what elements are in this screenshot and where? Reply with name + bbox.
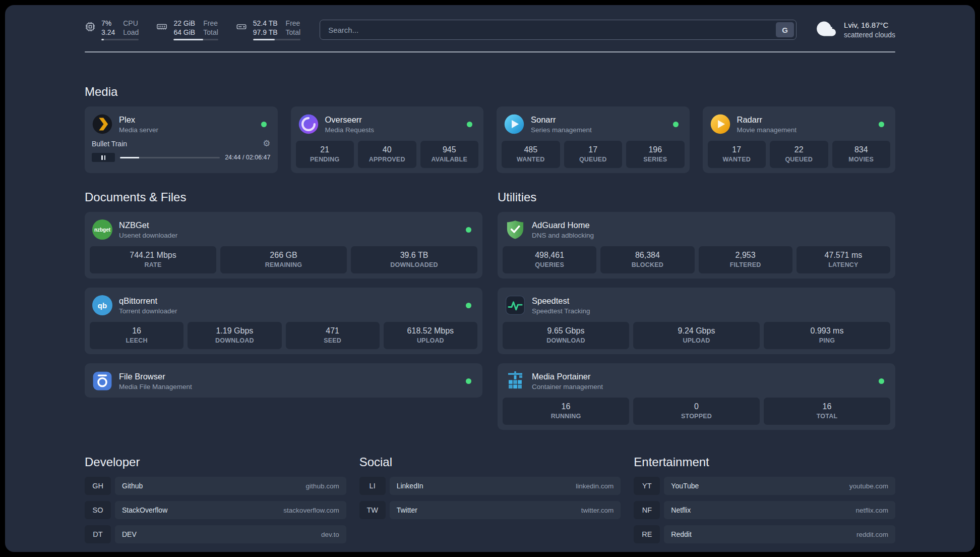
- disk-free-label: Free: [286, 19, 301, 27]
- bookmark-domain: youtube.com: [849, 482, 888, 490]
- service-description: DNS and adblocking: [532, 232, 594, 239]
- service-card-plex[interactable]: Plex Media server Bullet Train ⚙ 24:44 /…: [85, 106, 278, 173]
- playback-time: 24:44 / 02:06:47: [225, 154, 270, 161]
- weather-location: Lviv, 16.87°C: [844, 21, 895, 29]
- bookmark-name: Github: [122, 482, 143, 490]
- bookmark-youtube[interactable]: YT YouTubeyoutube.com: [634, 477, 895, 495]
- service-card-qbittorrent[interactable]: qb qBittorrent Torrent downloader 16LEEC…: [85, 288, 482, 354]
- portainer-icon: [505, 370, 526, 392]
- overseerr-icon: [298, 114, 319, 135]
- section-entertainment: Entertainment YT YouTubeyoutube.com NF N…: [634, 455, 895, 543]
- service-name: Radarr: [737, 115, 797, 125]
- service-description: Usenet downloader: [119, 232, 177, 239]
- bookmark-name: Twitter: [397, 506, 417, 514]
- gear-icon[interactable]: ⚙: [263, 139, 270, 148]
- service-card-speedtest[interactable]: Speedtest Speedtest Tracking 9.65 GbpsDO…: [498, 288, 895, 354]
- service-description: Media File Management: [119, 383, 192, 391]
- bookmark-domain: stackoverflow.com: [283, 507, 339, 514]
- service-card-portainer[interactable]: Media Portainer Container management 16R…: [498, 363, 895, 430]
- bookmark-github[interactable]: GH Githubgithub.com: [85, 477, 346, 495]
- disk-free-value: 52.4 TB: [253, 19, 278, 27]
- service-card-adguard[interactable]: AdGuard Home DNS and adblocking 498,461Q…: [498, 212, 895, 278]
- stat-tile: 40APPROVED: [358, 141, 416, 168]
- sonarr-icon: [504, 114, 525, 135]
- section-title-social: Social: [359, 455, 621, 469]
- section-social: Social LI LinkedInlinkedin.com TW Twitte…: [359, 455, 621, 543]
- status-dot: [261, 122, 267, 127]
- stat-tile: 0.993 msPING: [764, 322, 890, 349]
- service-name: Media Portainer: [532, 372, 603, 381]
- bookmark-dev[interactable]: DT DEVdev.to: [85, 525, 346, 543]
- service-card-filebrowser[interactable]: File Browser Media File Management: [85, 363, 482, 398]
- stat-tile: 744.21 MbpsRATE: [90, 246, 216, 273]
- bookmark-netflix[interactable]: NF Netflixnetflix.com: [634, 501, 895, 519]
- speedtest-icon: [505, 295, 526, 316]
- bookmark-abbr: YT: [634, 477, 660, 495]
- search-provider-button[interactable]: G: [776, 22, 794, 37]
- memory-total-label: Total: [203, 28, 218, 36]
- stat-tile: 16LEECH: [90, 322, 183, 349]
- status-dot: [467, 122, 472, 127]
- service-description: Series management: [531, 126, 592, 134]
- topbar-divider: [85, 51, 895, 52]
- stat-tile: 47.571 msLATENCY: [797, 246, 890, 273]
- service-card-overseerr[interactable]: Overseerr Media Requests 21PENDING 40APP…: [291, 106, 484, 173]
- service-card-sonarr[interactable]: Sonarr Series management 485WANTED 17QUE…: [497, 106, 690, 173]
- bookmark-abbr: DT: [85, 525, 111, 543]
- memory-free-value: 22 GiB: [173, 19, 195, 27]
- playback-progress-bar[interactable]: [120, 157, 220, 158]
- service-description: Speedtest Tracking: [532, 307, 590, 315]
- bookmark-domain: reddit.com: [856, 531, 888, 538]
- cpu-usage: 7%: [101, 19, 115, 27]
- topbar: 7% 3.24 CPU Load 22 GiB: [85, 19, 895, 40]
- bookmark-name: YouTube: [671, 482, 699, 490]
- filebrowser-icon: [92, 370, 113, 392]
- stat-tile: 86,384BLOCKED: [600, 246, 694, 273]
- stat-tile: 2,953FILTERED: [699, 246, 792, 273]
- bookmark-name: Reddit: [671, 530, 691, 538]
- adguard-icon: [505, 219, 526, 240]
- section-title-developer: Developer: [85, 455, 346, 469]
- pause-button[interactable]: [92, 153, 115, 162]
- search-input[interactable]: [320, 20, 797, 40]
- section-title-media: Media: [85, 85, 895, 99]
- service-name: File Browser: [119, 372, 192, 381]
- radarr-icon: [710, 114, 731, 135]
- service-card-nzbget[interactable]: nzbget NZBGet Usenet downloader 744.21 M…: [85, 212, 482, 278]
- stat-tile: 485WANTED: [502, 141, 560, 168]
- disk-widget: 52.4 TB 97.9 TB Free Total: [235, 19, 300, 40]
- service-description: Movie management: [737, 126, 797, 134]
- service-description: Media server: [119, 126, 158, 134]
- service-card-radarr[interactable]: Radarr Movie management 17WANTED 22QUEUE…: [703, 106, 896, 173]
- memory-icon: [156, 21, 168, 34]
- stat-tile: 17WANTED: [708, 141, 766, 168]
- status-dot: [673, 122, 679, 127]
- bookmark-stackoverflow[interactable]: SO StackOverflowstackoverflow.com: [85, 501, 346, 519]
- disk-icon: [235, 21, 248, 34]
- bookmark-domain: linkedin.com: [576, 482, 614, 490]
- status-dot: [879, 378, 884, 384]
- bookmark-domain: netflix.com: [855, 507, 888, 514]
- weather-widget: Lviv, 16.87°C scattered clouds: [816, 20, 895, 40]
- stat-tile: 16TOTAL: [764, 398, 890, 425]
- bookmark-linkedin[interactable]: LI LinkedInlinkedin.com: [359, 477, 621, 495]
- stat-tile: 498,461QUERIES: [503, 246, 596, 273]
- service-name: Overseerr: [325, 115, 375, 125]
- stat-tile: 9.24 GbpsUPLOAD: [633, 322, 760, 349]
- cpu-load-value: 3.24: [101, 28, 115, 36]
- nzbget-icon: nzbget: [92, 219, 113, 240]
- bookmark-twitter[interactable]: TW Twittertwitter.com: [359, 501, 621, 519]
- bookmark-name: DEV: [122, 530, 137, 538]
- status-dot: [466, 227, 471, 233]
- cpu-progress-bar: [101, 39, 139, 40]
- bookmark-reddit[interactable]: RE Redditreddit.com: [634, 525, 895, 543]
- bookmark-domain: twitter.com: [581, 507, 614, 514]
- service-name: NZBGet: [119, 220, 177, 230]
- service-name: qBittorrent: [119, 296, 177, 306]
- cpu-load-label: Load: [123, 28, 139, 36]
- bookmark-name: Netflix: [671, 506, 691, 514]
- status-dot: [466, 303, 471, 308]
- stat-tile: 618.52 MbpsUPLOAD: [384, 322, 477, 349]
- section-utilities: Utilities AdGuard Home DNS and adblockin…: [498, 190, 895, 430]
- service-name: AdGuard Home: [532, 220, 594, 230]
